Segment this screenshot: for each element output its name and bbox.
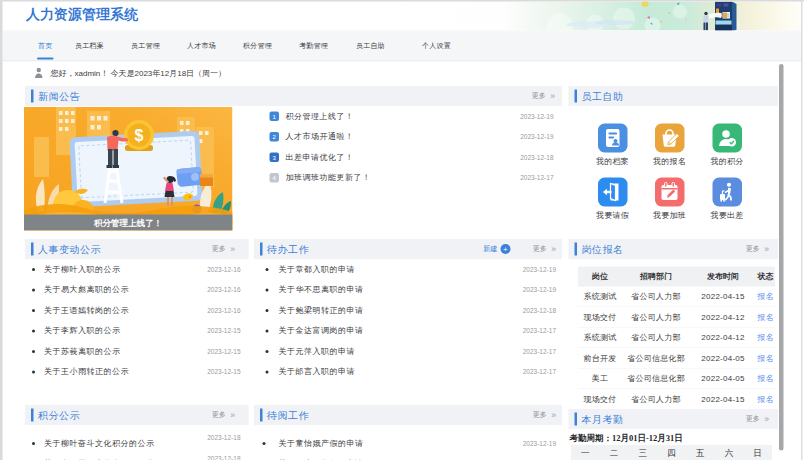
svg-text:$: $ — [135, 127, 144, 144]
svg-text:积分管理上线了！: 积分管理上线了！ — [93, 218, 162, 228]
